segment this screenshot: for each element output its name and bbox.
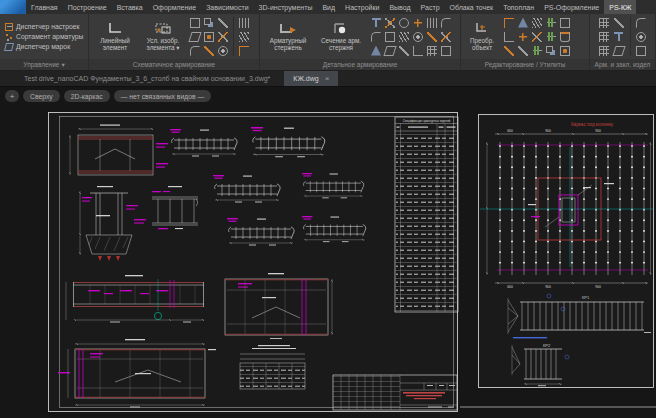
tab-zavisimosti[interactable]: Зависимости (201, 0, 253, 14)
circle-marker-icon[interactable] (218, 46, 228, 56)
svg-text:900: 900 (545, 129, 551, 133)
tab-ps-oformlenie[interactable]: PS-Оформление (539, 0, 604, 14)
rebar-assortment-label: Сортамент арматуры (16, 33, 83, 40)
green-bars-shift-icon[interactable] (546, 18, 556, 28)
contour-rect-icon[interactable] (190, 18, 200, 28)
tab-nastroyki[interactable]: Настройки (340, 0, 384, 14)
triangle-stirrup-icon[interactable] (371, 46, 381, 56)
dots-path-icon[interactable] (532, 18, 542, 28)
slope-line-icon[interactable] (518, 46, 528, 56)
crossed-rods-icon[interactable] (385, 18, 395, 28)
pile-plan-title: Каркас под колонну (571, 122, 614, 127)
tab-oblaka-tochek[interactable]: Облака точек (445, 0, 499, 14)
orange-rod-icon[interactable] (427, 32, 437, 42)
app-logo-icon[interactable] (0, 0, 26, 14)
cage1-label: КР1 (582, 295, 590, 300)
contour-parallelogram-icon[interactable] (188, 32, 201, 42)
orange-diagonal-bar-icon[interactable] (204, 46, 214, 56)
closed-stirrup-icon[interactable] (385, 32, 395, 42)
document-tab-active-label: КЖ.dwg (293, 75, 318, 82)
drawing-viewport[interactable]: + Сверху 2D-каркас — нет связанных видов… (0, 87, 656, 418)
add-viewport-button[interactable]: + (5, 90, 19, 102)
linear-element-label: Линейный элемент (92, 37, 138, 51)
document-tab-background[interactable]: Test drive_nanoCAD Фундаменты_3_6_столб … (0, 71, 284, 86)
frame-contour-icon[interactable] (441, 46, 451, 56)
rod-point-icon[interactable] (413, 32, 423, 42)
tab-glavnaya[interactable]: Главная (26, 0, 63, 14)
visual-style-pill[interactable]: 2D-каркас (64, 90, 110, 102)
crossed-bars-icon[interactable] (218, 32, 228, 42)
close-icon[interactable]: × (325, 75, 330, 83)
green-bars-align-icon[interactable] (546, 32, 556, 42)
rod-row-icon[interactable] (427, 18, 437, 28)
mesh-fragment-icon[interactable] (427, 46, 437, 56)
letter-a-align-icon[interactable] (518, 18, 528, 28)
tab-postroenie[interactable]: Построение (63, 0, 112, 14)
tab-topoplan[interactable]: Топоплан (498, 0, 539, 14)
tab-vstavka[interactable]: Вставка (112, 0, 148, 14)
contour-arc-icon[interactable] (190, 46, 200, 56)
extend-corner-icon[interactable] (504, 18, 514, 28)
rect-with-dot-icon[interactable] (204, 32, 214, 42)
panel-rebar-products: Арм. и закл. издел (590, 14, 656, 70)
tab-ps-kzh[interactable]: PS-КЖ (604, 0, 636, 14)
svg-text:900: 900 (595, 285, 601, 289)
convert-object-button[interactable]: Преобр. объект (464, 21, 500, 52)
mesh-grid-icon[interactable] (599, 18, 609, 28)
symbol-element-icon (153, 22, 173, 36)
marks-dispatcher-button[interactable]: Диспетчер марок (5, 43, 83, 51)
bulb-add-icon[interactable] (518, 32, 528, 42)
omega-anchor-icon[interactable] (636, 18, 646, 28)
tie-cross-icon[interactable] (441, 32, 451, 42)
symbol-element-button[interactable]: Усл. изобр. элемента ▾ (140, 21, 186, 52)
measure-diagonal-icon[interactable] (504, 46, 514, 56)
tab-rastr[interactable]: Растр (416, 0, 445, 14)
settings-dispatcher-icon (5, 23, 13, 31)
tab-vyvod[interactable]: Вывод (384, 0, 415, 14)
rebar-assortment-button[interactable]: Сортамент арматуры (5, 33, 83, 41)
pick-point-icon[interactable] (560, 46, 570, 56)
mesh-grid-2-icon[interactable] (599, 32, 609, 42)
bent-rod-icon[interactable] (399, 46, 409, 56)
flat-plate-icon[interactable] (612, 46, 625, 56)
t-anchor-icon[interactable] (371, 18, 381, 28)
panel-label-management[interactable]: Управление▾ (0, 59, 88, 70)
svg-text:900: 900 (595, 129, 601, 133)
spiral-rebar-icon[interactable] (399, 32, 409, 42)
tab-vid[interactable]: Вид (317, 0, 340, 14)
distribution-bars-icon[interactable] (239, 18, 249, 28)
paint-bucket-icon[interactable] (560, 32, 570, 42)
add-rod-icon[interactable] (413, 18, 423, 28)
tab-oformlenie[interactable]: Оформление (148, 0, 201, 14)
document-tab-active[interactable]: КЖ.dwg × (284, 71, 338, 86)
bent-plate-icon[interactable] (614, 18, 624, 28)
green-bars-icon[interactable] (532, 46, 542, 56)
linear-element-button[interactable]: Линейный элемент (92, 21, 138, 52)
rod-section-button[interactable]: Сечение арм. стержня (315, 21, 367, 52)
diagonal-bar-icon[interactable] (218, 18, 228, 28)
u-hook-icon[interactable] (441, 18, 451, 28)
hook-bend-icon[interactable] (371, 32, 381, 42)
svg-text:900: 900 (545, 285, 551, 289)
break-cross-icon[interactable] (532, 32, 542, 42)
stud-section-icon[interactable] (636, 32, 646, 42)
rod-section-icon (331, 22, 351, 36)
view-direction-pill[interactable]: Сверху (23, 90, 60, 102)
dispatcher-settings-button[interactable]: Диспетчер настроек (5, 23, 83, 31)
tab-3d-instrumenty[interactable]: 3D-инструменты (254, 0, 318, 14)
rebar-rod-button[interactable]: Арматурный стержень (263, 21, 313, 52)
hatch-area-icon[interactable] (239, 32, 249, 42)
linked-views-pill[interactable]: — нет связанных видов — (114, 90, 212, 102)
copy-properties-icon[interactable] (546, 46, 553, 53)
trim-corner-icon[interactable] (504, 32, 514, 42)
mesh-grid-3-icon[interactable] (599, 46, 609, 56)
spec-table: Спецификация арматурных изделий (395, 117, 458, 312)
embedded-ibeam-icon[interactable] (614, 32, 624, 42)
open-stirrup-icon[interactable] (383, 46, 396, 56)
swap-frame-icon[interactable] (560, 18, 570, 28)
plate-contour-icon[interactable] (636, 46, 646, 56)
orange-corner-icon[interactable] (239, 46, 249, 56)
corner-rod-icon[interactable] (413, 46, 423, 56)
nested-rect-icon[interactable] (204, 18, 211, 25)
round-stirrup-icon[interactable] (399, 18, 409, 28)
